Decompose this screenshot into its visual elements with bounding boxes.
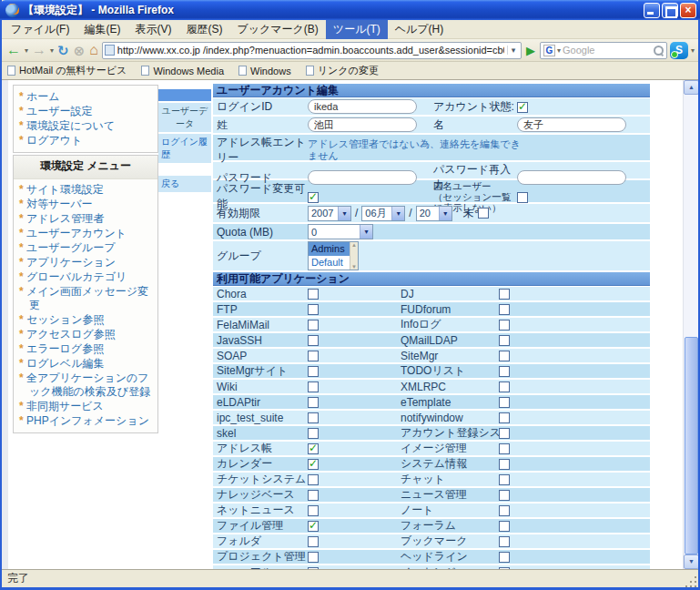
sidebar-link[interactable]: 全アプリケーションのフック機能の検索及び登録 bbox=[19, 371, 152, 399]
scrollbar-thumb[interactable] bbox=[685, 337, 698, 554]
search-icon[interactable] bbox=[654, 46, 664, 56]
menu-tools[interactable]: ツール(T) bbox=[326, 20, 388, 39]
app-checkbox-right[interactable] bbox=[499, 428, 510, 439]
anonymous-user-checkbox[interactable] bbox=[517, 192, 528, 203]
app-checkbox-left[interactable] bbox=[308, 490, 319, 501]
back-dropdown-icon[interactable]: ▾ bbox=[25, 46, 28, 55]
app-checkbox-left[interactable] bbox=[308, 289, 319, 300]
expiry-month-select[interactable]: 06月 ▾ bbox=[361, 206, 405, 221]
app-checkbox-right[interactable] bbox=[499, 505, 510, 516]
url-dropdown-icon[interactable]: ▾ bbox=[507, 46, 519, 55]
app-checkbox-right[interactable] bbox=[499, 335, 510, 346]
app-checkbox-left[interactable] bbox=[308, 536, 319, 547]
sidebar-link[interactable]: ログアウト bbox=[19, 134, 152, 148]
sidebar-link[interactable]: アクセスログ参照 bbox=[19, 328, 152, 341]
list-scrollbar[interactable]: ▲ ▼ bbox=[350, 242, 358, 270]
app-checkbox-left[interactable] bbox=[308, 412, 319, 423]
app-checkbox-right[interactable] bbox=[499, 351, 510, 361]
sidebar-link[interactable]: グローバルカテゴリ bbox=[19, 270, 152, 284]
sidebar-link[interactable]: メイン画面メッセージ変更 bbox=[19, 285, 152, 312]
forward-icon[interactable]: → bbox=[31, 43, 47, 57]
app-checkbox-left[interactable] bbox=[308, 474, 319, 485]
app-checkbox-right[interactable] bbox=[499, 536, 510, 547]
first-name-input[interactable] bbox=[517, 117, 626, 132]
subnav-back-link[interactable]: 戻る bbox=[158, 176, 211, 192]
app-checkbox-left[interactable] bbox=[308, 320, 319, 331]
home-icon[interactable]: ⌂ bbox=[88, 43, 99, 57]
scroll-up-icon[interactable]: ▲ bbox=[350, 242, 358, 248]
app-checkbox-left[interactable] bbox=[308, 552, 319, 563]
bookmark-item[interactable]: Windows bbox=[238, 66, 291, 76]
reload-icon[interactable]: ↻ bbox=[56, 44, 70, 57]
app-checkbox-right[interactable] bbox=[499, 459, 510, 470]
go-button[interactable]: ▶ bbox=[524, 44, 537, 57]
url-input[interactable] bbox=[117, 45, 504, 56]
bookmark-item[interactable]: リンクの変更 bbox=[306, 64, 379, 77]
password-changeable-checkbox[interactable] bbox=[308, 192, 319, 203]
resize-grip[interactable] bbox=[685, 575, 698, 587]
vertical-scrollbar[interactable]: ▲ ▼ bbox=[683, 80, 698, 569]
app-checkbox-right[interactable] bbox=[499, 552, 510, 563]
forward-dropdown-icon[interactable]: ▾ bbox=[50, 46, 54, 55]
sidebar-link[interactable]: セッション参照 bbox=[19, 313, 152, 327]
search-input[interactable] bbox=[563, 45, 652, 56]
expiry-day-select[interactable]: 20 ▾ bbox=[416, 206, 452, 221]
app-checkbox-right[interactable] bbox=[499, 412, 510, 423]
maximize-button[interactable] bbox=[662, 3, 678, 18]
subnav-user-data[interactable]: ユーザーデータ bbox=[158, 103, 211, 132]
app-checkbox-left[interactable] bbox=[308, 428, 319, 439]
sidebar-link[interactable]: PHPインフォメーション bbox=[19, 414, 152, 428]
last-name-input[interactable] bbox=[308, 117, 417, 132]
app-checkbox-right[interactable] bbox=[499, 289, 510, 300]
app-checkbox-right[interactable] bbox=[499, 443, 510, 454]
skype-icon[interactable]: S bbox=[670, 42, 688, 59]
app-checkbox-right[interactable] bbox=[499, 320, 510, 331]
password-retype-input[interactable] bbox=[517, 170, 626, 185]
group-option-default[interactable]: Default bbox=[309, 256, 350, 270]
scroll-up-icon[interactable]: ▲ bbox=[684, 80, 698, 95]
sidebar-link[interactable]: 対等サーバー bbox=[19, 198, 152, 211]
account-status-checkbox[interactable] bbox=[517, 102, 528, 113]
group-option-admins[interactable]: Admins bbox=[309, 242, 350, 256]
close-button[interactable]: × bbox=[680, 3, 696, 18]
app-checkbox-right[interactable] bbox=[499, 366, 510, 377]
app-checkbox-right[interactable] bbox=[499, 521, 510, 532]
menu-edit[interactable]: 編集(E) bbox=[76, 20, 127, 39]
bookmark-item[interactable]: Windows Media bbox=[141, 66, 224, 76]
app-checkbox-left[interactable] bbox=[308, 505, 319, 516]
sidebar-link[interactable]: ログレベル編集 bbox=[19, 357, 152, 371]
menu-history[interactable]: 履歴(S) bbox=[178, 20, 229, 39]
subnav-login-history[interactable]: ログイン履歴 bbox=[158, 134, 211, 163]
app-checkbox-left[interactable] bbox=[308, 443, 319, 454]
expiry-year-select[interactable]: 2007 ▾ bbox=[308, 206, 351, 221]
bookmark-item[interactable]: HotMail の無料サービス bbox=[7, 64, 127, 77]
app-checkbox-right[interactable] bbox=[499, 304, 510, 315]
skype-dropdown-icon[interactable]: ▾ bbox=[691, 46, 695, 55]
minimize-button[interactable] bbox=[644, 3, 660, 18]
title-bar[interactable]: 【環境設定】 - Mozilla Firefox × bbox=[0, 0, 700, 20]
app-checkbox-left[interactable] bbox=[308, 521, 319, 532]
sidebar-link[interactable]: アプリケーション bbox=[19, 256, 152, 270]
sidebar-link[interactable]: アドレス管理者 bbox=[19, 212, 152, 226]
expiry-never-checkbox[interactable] bbox=[478, 208, 489, 219]
sidebar-link[interactable]: ホーム bbox=[19, 90, 152, 104]
search-engine-dropdown-icon[interactable]: ▾ bbox=[557, 46, 561, 55]
app-checkbox-left[interactable] bbox=[308, 459, 319, 470]
menu-help[interactable]: ヘルプ(H) bbox=[388, 20, 451, 39]
app-checkbox-right[interactable] bbox=[499, 490, 510, 501]
sidebar-link[interactable]: ユーザーアカウント bbox=[19, 227, 152, 240]
menu-file[interactable]: ファイル(F) bbox=[4, 20, 76, 39]
app-checkbox-right[interactable] bbox=[499, 397, 510, 408]
scroll-down-icon[interactable]: ▼ bbox=[350, 264, 358, 270]
sidebar-link[interactable]: エラーログ参照 bbox=[19, 342, 152, 356]
sidebar-link[interactable]: 非同期サービス bbox=[19, 400, 152, 413]
group-multiselect[interactable]: Admins Default ▲ ▼ bbox=[308, 241, 359, 270]
back-icon[interactable]: ← bbox=[5, 43, 22, 57]
scroll-down-icon[interactable]: ▼ bbox=[684, 554, 698, 569]
app-checkbox-left[interactable] bbox=[308, 397, 319, 408]
stop-icon[interactable]: ⊗ bbox=[73, 44, 86, 57]
app-checkbox-left[interactable] bbox=[308, 351, 319, 361]
menu-bookmarks[interactable]: ブックマーク(B) bbox=[229, 20, 325, 39]
menu-view[interactable]: 表示(V) bbox=[127, 20, 178, 39]
sidebar-link[interactable]: ユーザー設定 bbox=[19, 105, 152, 118]
